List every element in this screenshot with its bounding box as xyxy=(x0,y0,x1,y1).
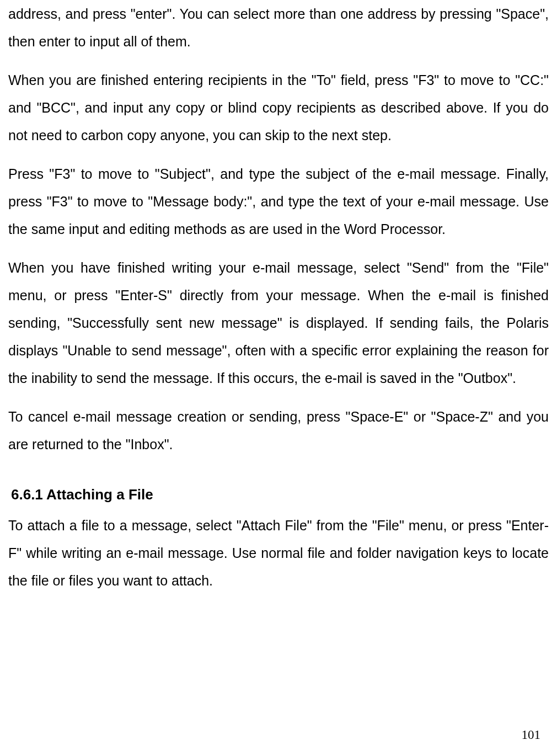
paragraph-5: To cancel e-mail message creation or sen… xyxy=(8,403,549,458)
paragraph-3: Press "F3" to move to "Subject", and typ… xyxy=(8,160,549,243)
paragraph-1: address, and press "enter". You can sele… xyxy=(8,0,549,55)
document-content: address, and press "enter". You can sele… xyxy=(8,0,549,594)
page-number: 101 xyxy=(522,728,541,742)
paragraph-4: When you have finished writing your e-ma… xyxy=(8,254,549,392)
section-heading-661: 6.6.1 Attaching a File xyxy=(11,480,549,509)
paragraph-2: When you are finished entering recipient… xyxy=(8,66,549,149)
paragraph-6: To attach a file to a message, select "A… xyxy=(8,512,549,594)
